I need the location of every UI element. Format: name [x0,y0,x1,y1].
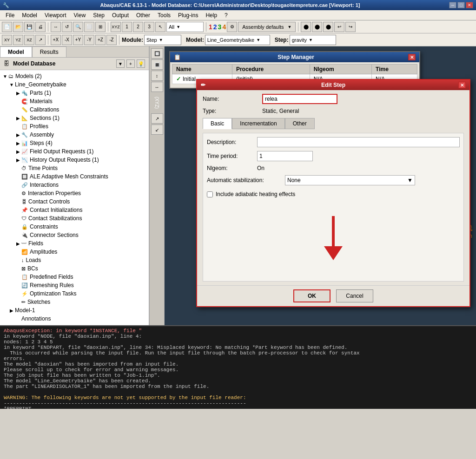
tree-calibrations[interactable]: 📏 Calibrations [0,105,149,114]
tree-line-geo[interactable]: ▼ Line_Geometrybaike [0,80,149,89]
tree-connector-sections[interactable]: 🔌 Connector Sections [0,231,149,239]
undo-btn[interactable]: ↩ [334,22,344,32]
assembly-defaults-btn[interactable]: Assembly defaults ▼ [238,22,296,32]
module-dropdown[interactable]: Step ▼ [144,35,181,45]
ok-button[interactable]: OK [293,289,331,302]
side-btn2[interactable]: 🔳 [151,59,163,70]
cursor-btn[interactable]: ↖ [155,22,165,32]
view2-btn[interactable]: 2 [133,22,143,32]
open-btn[interactable]: 📂 [13,22,23,32]
menu-file[interactable]: File [2,11,18,20]
tree-steps[interactable]: ▶ 📊 Steps (4) [0,139,149,147]
tree-time-points[interactable]: ⏱ Time Points [0,164,149,172]
tree-interactions[interactable]: 🔗 Interactions [0,181,149,189]
edit-step-close[interactable]: ✕ [458,82,466,88]
restore-button[interactable]: □ [457,2,465,8]
tab-other[interactable]: Other [285,118,315,129]
menu-other[interactable]: Other [132,11,154,20]
tree-remeshing[interactable]: 🔄 Remeshing Rules [0,281,149,289]
menu-viewport[interactable]: Viewport [41,11,70,20]
nav7[interactable]: +Y [73,35,83,45]
settings-btn[interactable]: ⚙ [227,22,237,32]
tree-field-output[interactable]: ▶ 📈 Field Output Requests (1) [0,147,149,156]
close-button[interactable]: ✕ [466,2,473,8]
tree-profiles[interactable]: 📋 Profiles [0,122,149,131]
menu-model[interactable]: Model [18,11,41,20]
menu-plugins[interactable]: Plug-ins [174,11,202,20]
tree-predefined-fields[interactable]: 📋 Predefined Fields [0,273,149,281]
tree-parts[interactable]: ▶ 🔩 Parts (1) [0,89,149,97]
redo-btn[interactable]: ↪ [345,22,356,32]
stabilization-select[interactable]: None ▼ [285,175,415,185]
tree-contact-controls[interactable]: 🎛 Contact Controls [0,197,149,206]
tree-loads[interactable]: ↓ Loads [0,256,149,264]
step-manager-close[interactable]: ✕ [408,54,416,60]
menu-tools[interactable]: Tools [154,11,174,20]
tree-materials[interactable]: 🧲 Materials [0,97,149,105]
tree-assembly[interactable]: ▶ 🔧 Assembly [0,131,149,139]
rotate-btn[interactable]: ↺ [62,22,72,32]
nav2[interactable]: YZ [13,35,23,45]
tree-history-output[interactable]: ▶ 📉 History Output Requests (1) [0,156,149,164]
tree-annotations[interactable]: Annotations [0,315,149,323]
selection-dropdown[interactable]: All▼ [166,22,204,32]
side-btn1[interactable]: 🔲 [151,48,163,59]
desc-input[interactable] [257,137,460,147]
tab-results[interactable]: Results [32,46,66,57]
menu-view[interactable]: View [70,11,90,20]
more1-btn[interactable]: ⬤ [301,22,311,32]
cancel-button[interactable]: Cancel [336,289,373,302]
period-input[interactable] [257,151,313,161]
translate-btn[interactable]: ↔ [51,22,61,32]
tree-fields[interactable]: ▶ 〰 Fields [0,239,149,248]
side-btn3[interactable]: ↕ [151,71,163,81]
tree-optimization[interactable]: ⚡ Optimization Tasks [0,289,149,298]
name-input[interactable] [262,94,337,104]
side-btn4[interactable]: ↔ [151,82,163,92]
tab-basic[interactable]: Basic [203,118,232,129]
tab-incrementation[interactable]: Incrementation [232,118,284,129]
nav9[interactable]: +Z [95,35,106,45]
zoom-fit-btn[interactable]: ⊞ [95,22,106,32]
menu-question[interactable]: ? [221,11,231,20]
nav5[interactable]: +X [51,35,61,45]
tree-expand-btn[interactable]: + [126,59,135,68]
model-dropdown[interactable]: Line_Geometrybaike ▼ [205,35,270,45]
save-btn[interactable]: 💾 [24,22,34,32]
tree-constraints[interactable]: 🔒 Constraints [0,223,149,231]
nav4[interactable]: ↗ [35,35,46,45]
new-btn[interactable]: 📄 [2,22,12,32]
nav10[interactable]: -Z [106,35,117,45]
tree-ale[interactable]: 🔲 ALE Adaptive Mesh Constraints [0,172,149,181]
adiabatic-checkbox[interactable] [207,191,213,197]
side-btn5[interactable]: ↗ [151,113,163,124]
nav1[interactable]: XY [2,35,12,45]
more3-btn[interactable]: ⬤ [323,22,333,32]
xyz-btn[interactable]: XYZ [111,22,121,32]
tree-filter-btn[interactable]: ▼ [116,59,125,68]
tab-model[interactable]: Model [0,46,32,57]
nav8[interactable]: -Y [84,35,94,45]
menu-step[interactable]: Step [89,11,108,20]
tree-bulb-btn[interactable]: 💡 [137,59,145,68]
print-btn[interactable]: 🖨 [35,22,46,32]
tree-bcs[interactable]: ⊠ BCs [0,264,149,273]
more2-btn[interactable]: ⬤ [312,22,322,32]
tree-models[interactable]: ▼ 🗂 Models (2) [0,72,149,80]
nav3[interactable]: XZ [24,35,34,45]
menu-output[interactable]: Output [108,11,132,20]
tree-sketches[interactable]: ✏ Sketches [0,298,149,306]
nav6[interactable]: -X [62,35,72,45]
tree-model1[interactable]: ▶ Model-1 [0,306,149,315]
tree-contact-stab[interactable]: 🛡 Contact Stabilizations [0,214,149,223]
step-dropdown[interactable]: gravity ▼ [290,35,336,45]
tree-sections[interactable]: ▶ 📐 Sections (1) [0,114,149,122]
minimize-button[interactable]: ─ [449,2,456,8]
view3-btn[interactable]: 3 [144,22,154,32]
tree-contact-init[interactable]: 📌 Contact Initializations [0,206,149,214]
zoom-box-btn[interactable]: ⬜ [84,22,94,32]
view1-btn[interactable]: 1 [122,22,132,32]
side-btn6[interactable]: ↙ [151,125,163,135]
menu-help[interactable]: Help [202,11,221,20]
zoom-btn[interactable]: 🔍 [73,22,83,32]
